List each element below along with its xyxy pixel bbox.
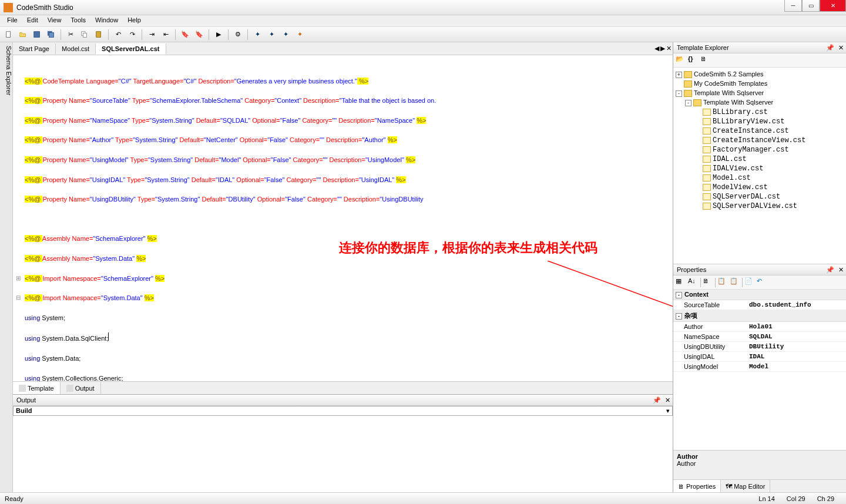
close-button[interactable]: ✕: [820, 0, 846, 12]
cut-icon[interactable]: ✂: [64, 28, 77, 41]
tab-close-icon[interactable]: ✕: [666, 45, 672, 52]
saveall-icon[interactable]: [45, 28, 58, 41]
menu-help[interactable]: Help: [123, 15, 146, 26]
reset-icon[interactable]: ↶: [757, 277, 767, 288]
schema-explorer-dock[interactable]: Schema Explorer: [0, 42, 13, 492]
tree-file[interactable]: CreateInstance.cst: [676, 126, 844, 136]
tab-map-editor[interactable]: 🗺Map Editor: [721, 480, 770, 492]
tab-output[interactable]: Output: [61, 382, 101, 394]
tool2-icon[interactable]: ✦: [265, 28, 278, 41]
prop-value[interactable]: Hola01: [747, 322, 846, 331]
copy-icon[interactable]: [78, 28, 91, 41]
prop-name[interactable]: UsingModel: [673, 362, 747, 371]
bookmark-icon[interactable]: 🔖: [179, 28, 192, 41]
svg-rect-3: [49, 32, 54, 37]
bookmarks-icon[interactable]: 🔖: [193, 28, 206, 41]
tab-next-icon[interactable]: ▶: [660, 45, 665, 52]
tool3-icon[interactable]: ✦: [279, 28, 292, 41]
fold-plus-icon[interactable]: ⊞: [13, 274, 24, 284]
tab-model[interactable]: Model.cst: [56, 43, 96, 54]
close-panel-icon[interactable]: ✕: [665, 397, 670, 404]
property-description: Author Author: [673, 450, 846, 479]
template-tree[interactable]: +CodeSmith 5.2 Samples My CodeSmith Temp…: [673, 68, 846, 264]
az-icon[interactable]: A↓: [688, 277, 699, 288]
code-editor[interactable]: ⊞⊟ <%@ CodeTemplate Language="C#" Target…: [13, 55, 673, 381]
pin-icon[interactable]: 📌: [826, 266, 834, 274]
tool1-icon[interactable]: ✦: [251, 28, 264, 41]
file-icon: [703, 203, 711, 210]
tree-file[interactable]: CreateInstanceView.cst: [676, 136, 844, 145]
tab-properties[interactable]: 🗎Properties: [673, 480, 721, 492]
tab-template[interactable]: Template: [13, 382, 61, 394]
prop-name[interactable]: UsingDBUtility: [673, 342, 747, 351]
status-ch: Ch 29: [817, 495, 834, 502]
fold-minus-icon[interactable]: ⊟: [13, 293, 24, 303]
file-icon: [703, 165, 711, 172]
menu-view[interactable]: View: [43, 15, 66, 26]
menu-window[interactable]: Window: [90, 15, 123, 26]
prop-value[interactable]: Model: [747, 362, 846, 371]
file-icon: [703, 137, 711, 144]
output-body[interactable]: [13, 416, 673, 492]
page-icon[interactable]: 🗎: [703, 277, 713, 288]
tab-start-page[interactable]: Start Page: [13, 43, 56, 54]
tree-file[interactable]: IDAL.cst: [676, 154, 844, 164]
file-icon: [703, 174, 711, 182]
props-icon[interactable]: 🗎: [700, 55, 711, 66]
tree-file[interactable]: FactoryManager.cst: [676, 145, 844, 154]
prop-name[interactable]: UsingIDAL: [673, 352, 747, 361]
menu-file[interactable]: File: [2, 15, 22, 26]
collapse-icon[interactable]: -: [676, 292, 682, 298]
tab-sqlserverdal[interactable]: SQLServerDAL.cst: [96, 43, 166, 55]
new-icon[interactable]: [2, 28, 15, 41]
outdent-icon[interactable]: ⇤: [159, 28, 172, 41]
cat-icon[interactable]: ▦: [676, 277, 686, 288]
open-folder-icon[interactable]: 📂: [676, 55, 686, 66]
maximize-button[interactable]: ▭: [802, 0, 820, 12]
tab-prev-icon[interactable]: ◀: [654, 45, 659, 52]
sort-icon[interactable]: {}: [688, 55, 699, 66]
tree-file[interactable]: BLLibrary.cst: [676, 107, 844, 117]
paste-icon[interactable]: 📋: [730, 277, 740, 288]
map-icon: 🗺: [726, 483, 732, 490]
tree-file[interactable]: BLLibraryView.cst: [676, 117, 844, 126]
tree-file[interactable]: Model.cst: [676, 173, 844, 183]
expand-icon[interactable]: +: [676, 72, 682, 78]
menu-tools[interactable]: Tools: [66, 15, 90, 26]
indent-icon[interactable]: ⇥: [145, 28, 158, 41]
open-icon[interactable]: [16, 28, 29, 41]
pin-icon[interactable]: 📌: [826, 44, 834, 52]
titlebar: CodeSmith Studio ─ ▭ ✕: [0, 0, 846, 15]
property-grid[interactable]: -Context SourceTabledbo.student_info -杂项…: [673, 290, 846, 450]
prop-name[interactable]: Author: [673, 322, 747, 331]
build-dropdown[interactable]: Build▾: [13, 406, 673, 416]
minimize-button[interactable]: ─: [784, 0, 802, 12]
new-icon[interactable]: 📄: [744, 277, 755, 288]
tree-file[interactable]: IDALView.cst: [676, 164, 844, 173]
tree-file[interactable]: SQLServerDALView.cst: [676, 201, 844, 211]
svg-rect-1: [34, 31, 40, 37]
close-icon[interactable]: ✕: [838, 44, 844, 52]
prop-name[interactable]: NameSpace: [673, 332, 747, 341]
file-icon: [703, 193, 711, 200]
menu-edit[interactable]: Edit: [22, 15, 43, 26]
prop-value[interactable]: IDAL: [747, 352, 846, 361]
pin-icon[interactable]: 📌: [653, 397, 661, 404]
redo-icon[interactable]: ↷: [126, 28, 139, 41]
editor-bottom-tabs: Template Output: [13, 381, 673, 394]
prop-value[interactable]: SQLDAL: [747, 332, 846, 341]
file-icon: [703, 109, 711, 116]
copy-icon[interactable]: 📋: [717, 277, 728, 288]
gear-icon[interactable]: ⚙: [231, 28, 244, 41]
file-icon: [703, 184, 711, 191]
prop-value[interactable]: DBUtility: [747, 342, 846, 351]
tree-file[interactable]: ModelView.cst: [676, 183, 844, 192]
run-icon[interactable]: ▶: [212, 28, 225, 41]
close-icon[interactable]: ✕: [838, 266, 844, 274]
undo-icon[interactable]: ↶: [112, 28, 125, 41]
save-icon[interactable]: [31, 28, 43, 41]
tool4-icon[interactable]: ✦: [293, 28, 306, 41]
collapse-icon[interactable]: -: [676, 90, 682, 97]
tree-file[interactable]: SQLServerDAL.cst: [676, 192, 844, 201]
paste-icon[interactable]: [92, 28, 105, 41]
